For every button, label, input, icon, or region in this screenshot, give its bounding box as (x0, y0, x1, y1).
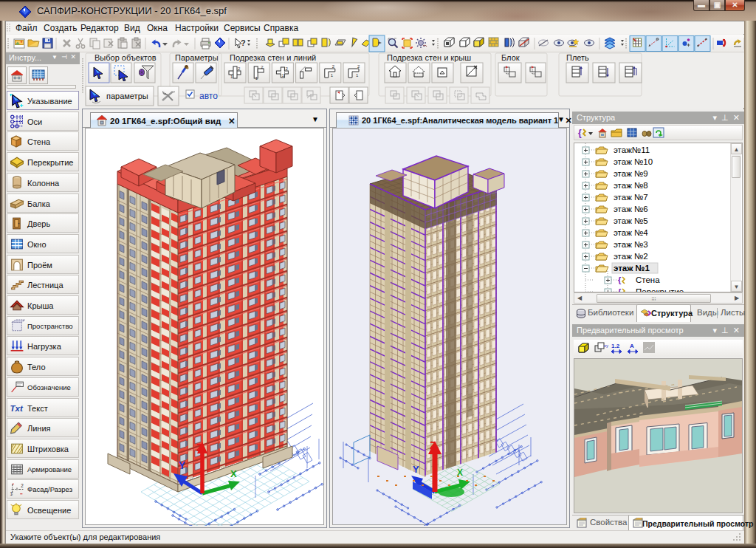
svg-text:этаж №3: этаж №3 (614, 240, 648, 249)
svg-text:параметры: параметры (106, 92, 148, 100)
svg-text:Параметры: Параметры (175, 53, 219, 62)
svg-text:этаж №1: этаж №1 (614, 264, 650, 273)
svg-text:2: 2 (21, 484, 24, 489)
svg-text:Подрезка стен и линий: Подрезка стен и линий (230, 53, 316, 62)
svg-text:авто: авто (199, 91, 218, 101)
svg-text:этаж№11: этаж№11 (614, 145, 650, 154)
svg-text:{: { (578, 128, 582, 138)
svg-text:xy: xy (604, 343, 608, 348)
svg-text:этаж №8: этаж №8 (614, 181, 648, 190)
svg-text:1.2: 1.2 (611, 343, 620, 349)
svg-text:этаж №10: этаж №10 (614, 157, 653, 166)
svg-text:1: 1 (10, 491, 13, 496)
svg-text:Плеть: Плеть (566, 53, 589, 62)
svg-text:?: ? (241, 38, 246, 47)
svg-text:этаж №6: этаж №6 (614, 205, 648, 213)
svg-text:A: A (630, 343, 634, 349)
svg-text:этаж №5: этаж №5 (614, 216, 648, 225)
svg-text:{: { (618, 275, 622, 284)
svg-text:Z: Z (430, 439, 436, 451)
svg-text:{: { (618, 287, 622, 292)
svg-text:этаж №7: этаж №7 (614, 193, 648, 202)
svg-text:этаж №4: этаж №4 (614, 228, 648, 237)
svg-text:Подрезка стен и крыш: Подрезка стен и крыш (387, 53, 471, 62)
svg-text:Стена: Стена (636, 275, 660, 284)
svg-text:Перекрытие: Перекрытие (636, 287, 684, 292)
svg-text:этаж №2: этаж №2 (614, 252, 648, 261)
svg-text:Txt: Txt (10, 403, 24, 412)
svg-text:Блок: Блок (501, 53, 520, 62)
svg-text:Выбор объектов: Выбор объектов (94, 53, 157, 62)
svg-text:Z: Z (196, 442, 203, 453)
svg-text:Y: Y (413, 464, 419, 475)
svg-text:X: X (230, 468, 237, 479)
svg-text:этаж №9: этаж №9 (614, 169, 648, 178)
svg-text:Y: Y (179, 459, 186, 471)
